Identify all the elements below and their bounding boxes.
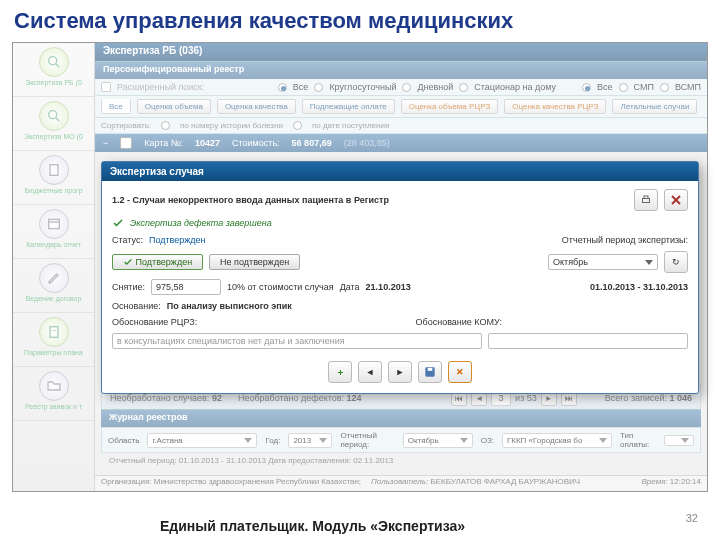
journal-subinfo: Отчетный период: 01.10.2013 - 31.10.2013… [101, 453, 701, 468]
advanced-checkbox[interactable] [101, 82, 111, 92]
radio-label: Все [293, 82, 309, 92]
tab-payable[interactable]: Подлежащие оплате [302, 99, 395, 114]
date-value: 21.10.2013 [366, 282, 411, 292]
sidebar-item-expertise-rb[interactable]: Экспертиза РБ (0 [13, 43, 94, 97]
sort-opt-label: по дате поступления [312, 121, 389, 130]
tab-quality-rcrz[interactable]: Оценка качества РЦРЗ [504, 99, 606, 114]
region-label: Область [108, 436, 139, 445]
save-button[interactable] [418, 361, 442, 383]
tab-volume-rcrz[interactable]: Оценка объема РЦРЗ [401, 99, 499, 114]
time-label: Время: [642, 477, 668, 486]
journal-header[interactable]: Журнал реестров [101, 409, 701, 427]
sidebar-item-budget[interactable]: Бюджетные прогр [13, 151, 94, 205]
basis-label: Основание: [112, 301, 161, 311]
radio-home[interactable] [459, 83, 468, 92]
sidebar-item-label: Экспертиза РБ (0 [25, 79, 82, 86]
oz-label: ОЗ: [481, 436, 494, 445]
total-label: Всего записей: [605, 393, 667, 403]
paytype-select[interactable] [664, 435, 694, 446]
svg-line-1 [56, 64, 59, 67]
confirm-button[interactable]: Подтвержден [112, 254, 203, 271]
folder-icon [46, 378, 62, 394]
close-icon [671, 195, 681, 205]
radio-all[interactable] [278, 83, 287, 92]
year-select[interactable]: 2013 [288, 433, 332, 448]
user-value: БЕКБУЛАТОВ ФАРХАД БАУРЖАНОВИЧ [430, 477, 580, 486]
sort-opt1[interactable] [161, 121, 170, 130]
justif1-label: Обоснование РЦРЗ: [112, 317, 197, 327]
sidebar-item-registry[interactable]: Реестр заявок и т [13, 367, 94, 421]
radio-label: Все [597, 82, 613, 92]
period-range: 01.10.2013 - 31.10.2013 [590, 282, 688, 292]
radio-247[interactable] [314, 83, 323, 92]
panel-registry-header[interactable]: Персонифицированный реестр [95, 61, 707, 79]
svg-rect-4 [50, 165, 58, 176]
sidebar-item-label: Реестр заявок и т [25, 403, 82, 410]
sidebar-item-params[interactable]: Параметры плана [13, 313, 94, 367]
pen-icon [46, 270, 62, 286]
radio-label: СМП [634, 82, 654, 92]
sort-opt2[interactable] [293, 121, 302, 130]
app-window: Экспертиза РБ (0 Экспертиза МО (0 Бюджет… [12, 42, 708, 492]
prev-button[interactable]: ◄ [358, 361, 382, 383]
radio-day[interactable] [402, 83, 411, 92]
chevron-down-icon [645, 260, 653, 265]
unconfirm-button[interactable]: Не подтвержден [209, 254, 300, 270]
card-label: Карта №: [144, 138, 183, 148]
oz-select[interactable]: ГККП «Городская бо [502, 433, 612, 448]
unproc-cases-label: Необработано случаев: [110, 393, 209, 403]
justif2-field[interactable] [488, 333, 688, 349]
printer-icon [640, 194, 652, 206]
tab-lethal[interactable]: Летальные случаи [612, 99, 697, 114]
radio-label: Дневной [417, 82, 453, 92]
card-bar[interactable]: − Карта №: 10427 Стоимость: 56 807,69 (2… [95, 134, 707, 152]
unproc-cases-value: 92 [212, 393, 222, 403]
sidebar-item-expertise-mo[interactable]: Экспертиза МО (0 [13, 97, 94, 151]
add-button[interactable]: ＋ [328, 361, 352, 383]
radio2-smp[interactable] [619, 83, 628, 92]
org-value: Министерство здравоохранения Республики … [154, 477, 361, 486]
tab-quality[interactable]: Оценка качества [217, 99, 296, 114]
cost-alt: (28 403,85) [344, 138, 390, 148]
slide-title: Система управления качеством медицинских [0, 0, 720, 38]
collapse-icon[interactable]: − [103, 138, 108, 148]
sidebar-item-label: Ведение договор [26, 295, 82, 302]
radio2-all[interactable] [582, 83, 591, 92]
radio2-vsmp[interactable] [660, 83, 669, 92]
status-label: Статус: [112, 235, 143, 245]
close-button[interactable] [664, 189, 688, 211]
tab-volume[interactable]: Оценка объема [137, 99, 211, 114]
sidebar-item-calendar[interactable]: Календарь отчет [13, 205, 94, 259]
year-label: Год: [265, 436, 280, 445]
next-button[interactable]: ► [388, 361, 412, 383]
svg-line-3 [56, 118, 59, 121]
deduction-field[interactable]: 975,58 [151, 279, 221, 295]
justif2-label: Обоснование КОМУ: [416, 317, 502, 327]
period-select[interactable]: Октябрь [548, 254, 658, 270]
refresh-button[interactable]: ↻ [664, 251, 688, 273]
sidebar-item-contracts[interactable]: Ведение договор [13, 259, 94, 313]
cancel-button[interactable]: ✕ [448, 361, 472, 383]
region-select[interactable]: г.Астана [147, 433, 257, 448]
user-label: Пользователь: [371, 477, 428, 486]
svg-point-0 [48, 57, 56, 65]
document-icon [46, 162, 62, 178]
tab-all[interactable]: Все [101, 99, 131, 114]
jperiod-select[interactable]: Октябрь [403, 433, 473, 448]
svg-rect-10 [644, 196, 648, 199]
journal-panel: Журнал реестров Область г.Астана Год: 20… [101, 409, 701, 468]
sidebar-item-label: Бюджетные прогр [24, 187, 82, 194]
print-button[interactable] [634, 189, 658, 211]
tabs-bar: Все Оценка объема Оценка качества Подлеж… [95, 96, 707, 118]
svg-rect-14 [428, 368, 433, 371]
card-tool-icon[interactable] [120, 137, 132, 149]
calculator-icon [46, 324, 62, 340]
radio-label: ВСМП [675, 82, 701, 92]
radio-label: Стационар на дому [474, 82, 556, 92]
unproc-def-label: Необработано дефектов: [238, 393, 344, 403]
justif1-field[interactable]: в консультациях специалистов нет даты и … [112, 333, 482, 349]
svg-rect-7 [50, 327, 58, 338]
modal-actions: ＋ ◄ ► ✕ [112, 355, 688, 385]
chevron-down-icon [244, 438, 252, 443]
sidebar: Экспертиза РБ (0 Экспертиза МО (0 Бюджет… [13, 43, 95, 491]
